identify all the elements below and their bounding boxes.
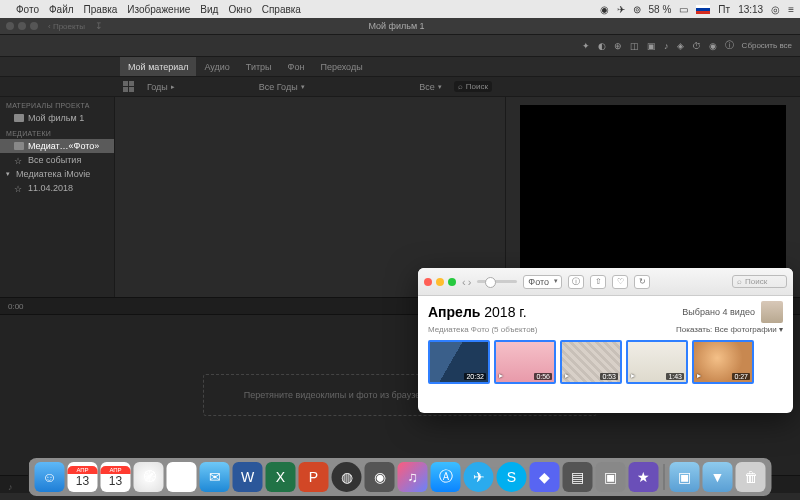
dock-appstore-icon[interactable]: Ⓐ: [431, 462, 461, 492]
dock-folder-icon[interactable]: ▣: [670, 462, 700, 492]
photos-search-input[interactable]: ⌕Поиск: [732, 275, 787, 288]
dock-downloads-icon[interactable]: ▼: [703, 462, 733, 492]
battery-icon[interactable]: ▭: [679, 4, 688, 15]
dock-safari-icon[interactable]: 🧭︎: [134, 462, 164, 492]
timeline-current: 0:00: [8, 302, 24, 311]
photos-view-select[interactable]: Фото: [523, 275, 562, 289]
crop-icon[interactable]: ◫: [630, 41, 639, 51]
color-correct-icon[interactable]: ⊕: [614, 41, 622, 51]
tab-backgrounds[interactable]: Фон: [280, 57, 313, 76]
window-close-button[interactable]: [6, 22, 14, 30]
dock-generic1-icon[interactable]: ◍: [332, 462, 362, 492]
dock-calendar2-icon[interactable]: АПР13: [101, 462, 131, 492]
back-button[interactable]: ‹ Проекты: [48, 22, 85, 31]
photos-share-icon[interactable]: ⇧: [590, 275, 606, 289]
all-dropdown[interactable]: Все▾: [415, 82, 446, 92]
noise-icon[interactable]: ◈: [677, 41, 684, 51]
library-sidebar: МАТЕРИАЛЫ ПРОЕКТА Мой фильм 1 МЕДИАТЕКИ …: [0, 97, 115, 297]
all-years-dropdown[interactable]: Все Годы▾: [255, 82, 309, 92]
photo-thumb[interactable]: 20:32: [428, 340, 490, 384]
sidebar-item-date[interactable]: ☆11.04.2018: [0, 181, 114, 195]
volume-icon[interactable]: ♪: [664, 41, 669, 51]
dock-finder-icon[interactable]: ☺: [35, 462, 65, 492]
stabilize-icon[interactable]: ▣: [647, 41, 656, 51]
sidebar-item-events[interactable]: ☆Все события: [0, 153, 114, 167]
window-titlebar: ‹ Проекты ↧ Мой фильм 1: [0, 18, 800, 35]
photo-thumb[interactable]: 0:56: [494, 340, 556, 384]
dock-generic3-icon[interactable]: ▤: [563, 462, 593, 492]
media-search-input[interactable]: ⌕Поиск: [454, 81, 492, 92]
photos-nav[interactable]: ‹›: [462, 276, 471, 288]
dock-generic4-icon[interactable]: ▣: [596, 462, 626, 492]
import-icon[interactable]: ↧: [95, 21, 103, 31]
window-title: Мой фильм 1: [103, 21, 690, 31]
color-balance-icon[interactable]: ◐: [598, 41, 606, 51]
menubar-window[interactable]: Окно: [228, 4, 251, 15]
photo-thumb[interactable]: 1:43: [626, 340, 688, 384]
photos-zoom-slider[interactable]: [477, 280, 517, 283]
window-minimize-button[interactable]: [18, 22, 26, 30]
speed-icon[interactable]: ⏱: [692, 41, 701, 51]
dock-trash-icon[interactable]: 🗑︎: [736, 462, 766, 492]
photos-show-filter[interactable]: Показать: Все фотографии ▾: [676, 325, 783, 334]
photo-thumb[interactable]: 0:53: [560, 340, 622, 384]
photos-moment-thumb[interactable]: [761, 301, 783, 323]
photos-info-icon[interactable]: ⓘ: [568, 275, 584, 289]
sidebar-item-imovie-lib[interactable]: ▾Медиатека iMovie: [0, 167, 114, 181]
dock-photobooth-icon[interactable]: ◉: [365, 462, 395, 492]
dock-imovie-icon[interactable]: ★: [629, 462, 659, 492]
dock-skype-icon[interactable]: S: [497, 462, 527, 492]
dock-generic2-icon[interactable]: ◆: [530, 462, 560, 492]
dock-telegram-icon[interactable]: ✈: [464, 462, 494, 492]
menubar-app[interactable]: Фото: [16, 4, 39, 15]
skype-status-icon[interactable]: ◉: [600, 4, 609, 15]
photos-selection-count: Выбрано 4 видео: [682, 307, 755, 317]
search-icon: ⌕: [737, 277, 742, 286]
dock-itunes-icon[interactable]: ♫: [398, 462, 428, 492]
dock-mail-icon[interactable]: ✉: [200, 462, 230, 492]
media-browser[interactable]: [115, 97, 505, 297]
filter-icon[interactable]: ◉: [709, 41, 717, 51]
wifi-icon[interactable]: ⊚: [633, 4, 641, 15]
photo-thumb[interactable]: 0:27: [692, 340, 754, 384]
photos-favorite-icon[interactable]: ♡: [612, 275, 628, 289]
menubar-day: Пт: [718, 4, 730, 15]
photos-thumbnails: 20:32 0:56 0:53 1:43 0:27: [418, 336, 793, 388]
spotlight-icon[interactable]: ◎: [771, 4, 780, 15]
photos-close-button[interactable]: [424, 278, 432, 286]
tab-my-media[interactable]: Мой материал: [120, 57, 196, 76]
grid-view-icon[interactable]: [123, 81, 135, 93]
info-icon[interactable]: ⓘ: [725, 39, 734, 52]
dock-excel-icon[interactable]: X: [266, 462, 296, 492]
battery-percent: 58 %: [649, 4, 672, 15]
menubar-file[interactable]: Файл: [49, 4, 74, 15]
window-zoom-button[interactable]: [30, 22, 38, 30]
menubar-help[interactable]: Справка: [262, 4, 301, 15]
sidebar-item-photos[interactable]: Медиат…«Фото»: [0, 139, 114, 153]
menubar-view[interactable]: Вид: [200, 4, 218, 15]
menubar-image[interactable]: Изображение: [127, 4, 190, 15]
years-dropdown[interactable]: Годы▸: [143, 82, 179, 92]
photos-zoom-button[interactable]: [448, 278, 456, 286]
reset-all-button[interactable]: Сбросить все: [742, 41, 792, 50]
dock-calendar-icon[interactable]: АПР13: [68, 462, 98, 492]
tab-titles[interactable]: Титры: [238, 57, 280, 76]
photos-rotate-icon[interactable]: ↻: [634, 275, 650, 289]
dock-powerpoint-icon[interactable]: P: [299, 462, 329, 492]
photos-toolbar: ‹› Фото ⓘ ⇧ ♡ ↻ ⌕Поиск: [418, 268, 793, 296]
dock-separator: [664, 464, 665, 490]
preview-video[interactable]: [520, 105, 786, 269]
tab-transitions[interactable]: Переходы: [312, 57, 370, 76]
input-language-flag-icon[interactable]: [696, 5, 710, 14]
sidebar-item-project[interactable]: Мой фильм 1: [0, 111, 114, 125]
menubar-edit[interactable]: Правка: [84, 4, 118, 15]
photos-title: Апрель 2018 г.: [428, 304, 527, 320]
dock-word-icon[interactable]: W: [233, 462, 263, 492]
tab-audio[interactable]: Аудио: [196, 57, 237, 76]
magic-wand-icon[interactable]: ✦: [582, 41, 590, 51]
dock-chrome-icon[interactable]: ◉: [167, 462, 197, 492]
telegram-status-icon[interactable]: ✈: [617, 4, 625, 15]
notification-center-icon[interactable]: ≡: [788, 4, 794, 15]
search-icon: ⌕: [458, 82, 463, 91]
photos-minimize-button[interactable]: [436, 278, 444, 286]
